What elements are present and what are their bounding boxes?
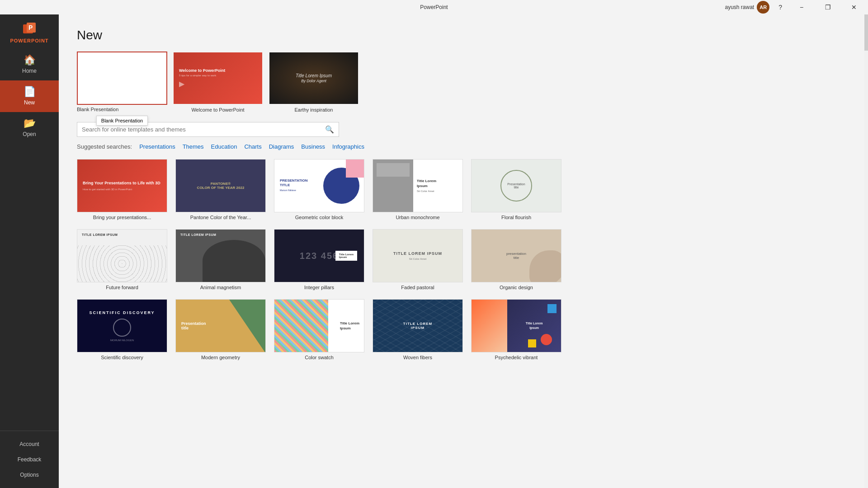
suggested-diagrams[interactable]: Diagrams	[269, 143, 294, 150]
modern-thumb: Presentationtitle	[175, 299, 266, 352]
psychedelic-accent1	[541, 334, 552, 345]
scientific-thumb: SCIENTIFIC DISCOVERY MORUM NILOGEN	[77, 299, 167, 352]
scientific-sub: MORUM NILOGEN	[110, 339, 134, 342]
faded-label: Faded pastoral	[373, 285, 463, 290]
urban-title: Title LoremIpsum	[417, 179, 436, 188]
swatch-label: Color swatch	[274, 355, 364, 360]
template-card-faded[interactable]: TITLE LOREM IPSUM Sit Color Amet Faded p…	[373, 229, 463, 290]
urban-thumb: Title LoremIpsum Sit Color Amet	[373, 159, 463, 212]
restore-button[interactable]: ❐	[817, 0, 838, 14]
template-card-scientific[interactable]: SCIENTIFIC DISCOVERY MORUM NILOGEN Scien…	[77, 299, 167, 360]
integer-title: Title LoremIpsum	[339, 253, 354, 258]
featured-item-blank[interactable]: Blank Presentation Blank Presentation	[77, 52, 167, 113]
user-name: ayush rawat	[725, 4, 755, 10]
sidebar-new-label: New	[24, 99, 35, 106]
blank-tooltip: Blank Presentation	[96, 116, 148, 126]
bring-label: Bring your presentations...	[77, 215, 167, 220]
bring-thumb: Bring Your Presentations to Life with 3D…	[77, 159, 167, 212]
floral-thumb: Presentationtitle	[471, 159, 561, 212]
scrollbar-thumb[interactable]	[864, 14, 868, 51]
sidebar-bottom: Account Feedback Options	[0, 431, 59, 488]
faded-thumb: TITLE LOREM IPSUM Sit Color Amet	[373, 229, 463, 282]
template-card-modern[interactable]: Presentationtitle Modern geometry	[175, 299, 266, 360]
close-button[interactable]: ✕	[844, 0, 864, 14]
woven-label: Woven fibers	[373, 355, 463, 360]
template-card-floral[interactable]: Presentationtitle Floral flourish	[471, 159, 561, 220]
help-button[interactable]: ?	[775, 3, 786, 12]
bring-sub: How to get started with 3D in PowerPoint	[83, 188, 161, 191]
sidebar-open-label: Open	[23, 131, 36, 137]
psychedelic-thumb: Title LoremIpsum	[471, 299, 561, 352]
urban-bg	[373, 160, 413, 212]
suggested-presentations[interactable]: Presentations	[139, 143, 175, 150]
sidebar-item-feedback[interactable]: Feedback	[0, 452, 59, 467]
sidebar-logo: P PowerPoint	[0, 14, 59, 49]
search-input[interactable]	[82, 126, 325, 133]
suggested-searches: Suggested searches: Presentations Themes…	[77, 143, 846, 150]
featured-row: Blank Presentation Blank Presentation We…	[77, 52, 846, 113]
featured-item-welcome[interactable]: Welcome to PowerPoint 5 tips for a simpl…	[173, 52, 263, 113]
animal-title: TITLE LOREM IPSUM	[180, 233, 216, 236]
pantone-text: PANTONE®COLOR OF THE YEAR 2022	[197, 182, 245, 190]
organic-blob	[529, 250, 561, 282]
template-card-psychedelic[interactable]: Title LoremIpsum Psychedelic vibrant	[471, 299, 561, 360]
modern-label: Modern geometry	[175, 355, 266, 360]
modern-title: Presentationtitle	[181, 321, 206, 330]
woven-title: TITLE LOREMIPSUM	[403, 322, 432, 330]
blank-thumb	[77, 52, 167, 105]
future-title: TITLE LOREM IPSUM	[82, 233, 118, 236]
user-info: ayush rawat AR	[725, 1, 770, 14]
future-label: Future forward	[77, 285, 167, 290]
template-row-2: TITLE LOREM IPSUM Future forward TITLE L…	[77, 229, 846, 290]
integer-box: Title LoremIpsum	[335, 251, 357, 261]
template-card-urban[interactable]: Title LoremIpsum Sit Color Amet Urban mo…	[373, 159, 463, 220]
sidebar-item-open[interactable]: 📂 Open	[0, 112, 59, 144]
future-grid	[77, 245, 167, 282]
open-folder-icon: 📂	[24, 118, 36, 128]
geo-text: PRESENTATIONTITLEMarium Nikiteve	[280, 178, 307, 192]
sidebar-logo-text: PowerPoint	[10, 38, 48, 43]
organic-text: presentationtitle	[506, 252, 526, 260]
suggested-themes[interactable]: Themes	[183, 143, 204, 150]
search-icon[interactable]: 🔍	[325, 125, 334, 134]
template-card-future[interactable]: TITLE LOREM IPSUM Future forward	[77, 229, 167, 290]
template-card-swatch[interactable]: Title LoremIpsum Color swatch	[274, 299, 364, 360]
sidebar-nav: 🏠 Home 📄 New 📂 Open	[0, 49, 59, 431]
template-card-woven[interactable]: TITLE LOREMIPSUM Woven fibers	[373, 299, 463, 360]
pantone-thumb: PANTONE®COLOR OF THE YEAR 2022	[175, 159, 266, 212]
psychedelic-text: Title LoremIpsum	[526, 321, 543, 330]
template-card-organic[interactable]: presentationtitle Organic design	[471, 229, 561, 290]
scientific-circle	[113, 319, 131, 337]
template-card-pantone[interactable]: PANTONE®COLOR OF THE YEAR 2022 Pantone C…	[175, 159, 266, 220]
avatar: AR	[757, 1, 769, 14]
template-card-geometric[interactable]: PRESENTATIONTITLEMarium Nikiteve Geometr…	[274, 159, 364, 220]
suggested-education[interactable]: Education	[211, 143, 237, 150]
earthy-thumb: Title Lorem IpsumBy Dolor Agent	[269, 52, 359, 105]
pantone-label: Pantone Color of the Year...	[175, 215, 266, 220]
sidebar-item-new[interactable]: 📄 New	[0, 80, 59, 112]
animal-thumb: TITLE LOREM IPSUM	[175, 229, 266, 282]
template-card-integer[interactable]: 123 456 Title LoremIpsum Integer pillars	[274, 229, 364, 290]
search-container: 🔍	[77, 122, 846, 137]
featured-item-earthy[interactable]: Title Lorem IpsumBy Dolor Agent Earthy i…	[269, 52, 359, 113]
template-row-1: Bring Your Presentations to Life with 3D…	[77, 159, 846, 220]
suggested-business[interactable]: Business	[301, 143, 325, 150]
organic-thumb: presentationtitle	[471, 229, 561, 282]
template-card-animal[interactable]: TITLE LOREM IPSUM Animal magnetism	[175, 229, 266, 290]
sidebar-item-account[interactable]: Account	[0, 436, 59, 452]
scrollbar[interactable]	[864, 14, 868, 488]
sidebar-item-home[interactable]: 🏠 Home	[0, 49, 59, 80]
earthy-label: Earthy inspiration	[269, 107, 359, 113]
sidebar-item-options[interactable]: Options	[0, 467, 59, 483]
minimize-button[interactable]: −	[791, 0, 812, 14]
psychedelic-left	[472, 300, 507, 352]
welcome-label: Welcome to PowerPoint	[173, 107, 263, 113]
app-title: PowerPoint	[420, 4, 448, 10]
suggested-infographics[interactable]: Infographics	[332, 143, 364, 150]
animal-dog	[203, 240, 265, 282]
geo-pink	[346, 160, 364, 178]
suggested-charts[interactable]: Charts	[244, 143, 261, 150]
psychedelic-label: Psychedelic vibrant	[471, 355, 561, 360]
swatch-dots	[274, 300, 328, 352]
template-card-bring[interactable]: Bring Your Presentations to Life with 3D…	[77, 159, 167, 220]
